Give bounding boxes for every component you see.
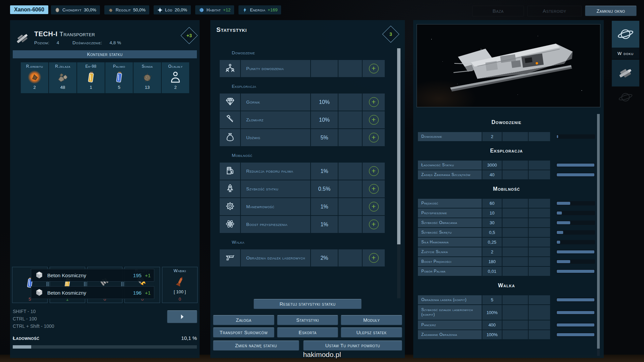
detail-empty-cell	[529, 320, 550, 329]
cargo-tooltip: Beton Kosmiczny195+1	[31, 269, 154, 282]
blue-canister-icon	[112, 70, 126, 84]
increase-stat-button[interactable]	[369, 64, 379, 73]
detail-stat-value: 0,01	[482, 267, 502, 276]
transfer-arrow-button[interactable]	[167, 310, 197, 323]
container-item-r-erebitu[interactable]: R.erebitu2	[21, 62, 48, 93]
rocket-icon	[225, 183, 235, 195]
detail-stat-value: 0,25	[482, 238, 502, 247]
concrete-cube-icon	[35, 288, 44, 297]
item-quantity: 48	[60, 85, 65, 90]
resource-energia: Energia+169	[238, 5, 281, 14]
button-za-oga[interactable]: Załoga	[213, 315, 274, 325]
cargo-slot-wabiki[interactable]: Wabiki[ 100 ]0	[162, 267, 198, 303]
button-eskorta[interactable]: Eskorta	[277, 327, 338, 338]
container-item-ocala-y[interactable]: Ocalały2	[162, 62, 189, 93]
dock-planet-tile[interactable]	[612, 21, 639, 48]
ship-detail-panel: DowodzenieDowodzenie2EksploracjaŁadownoś…	[413, 20, 604, 358]
detail-stat-bar	[556, 298, 595, 302]
xp-label: Doświadczenie:	[72, 40, 102, 45]
increase-stat-button[interactable]	[369, 97, 379, 107]
gem-icon	[225, 97, 235, 108]
button-ustaw-tu-punkt-powrotu[interactable]: Ustaw Tu punkt powrotu	[303, 341, 402, 351]
detail-stat-value: 60	[482, 199, 502, 208]
stat-value: 2%	[311, 249, 338, 266]
close-window-button[interactable]: Zamknij okno	[585, 6, 637, 16]
detail-scrollbar-thumb[interactable]	[597, 114, 600, 349]
stats-scrollbar-thumb[interactable]	[397, 48, 400, 244]
container-item-er-98[interactable]: Er-981	[77, 62, 105, 93]
resource-label: Chondryt	[62, 7, 82, 12]
nav-asteroidy-button[interactable]: Asteroidy	[527, 6, 582, 16]
detail-empty-cell	[502, 238, 528, 247]
docked-ship-thumbnail[interactable]	[612, 60, 639, 86]
detail-stat-bar-fill	[557, 135, 558, 138]
stats-scrollbar[interactable]	[397, 48, 400, 298]
detail-header-dowodzenie: Dowodzenie	[418, 117, 595, 128]
increase-stat-button[interactable]	[369, 166, 379, 176]
increase-stat-button[interactable]	[369, 115, 379, 125]
resource-value: +169	[268, 7, 277, 12]
increase-stat-button[interactable]	[369, 220, 379, 229]
detail-stat-bar	[556, 310, 595, 315]
increase-stat-button[interactable]	[369, 184, 379, 194]
container-item-sonda[interactable]: Sonda13	[133, 62, 161, 93]
detail-header-eksploracja: Eksploracja	[418, 145, 595, 157]
button-transport-surowcow[interactable]: Transport Surowców	[213, 327, 274, 338]
container-items: R.erebitu2R.żelaza48Er-981Paliwo5Sonda13…	[21, 62, 189, 93]
reset-stats-button[interactable]: Resetuj statystyki statku	[254, 299, 362, 309]
item-name: R.erebitu	[26, 64, 43, 69]
detail-stat-bar-fill	[557, 333, 594, 336]
button-ulepsz-statek[interactable]: Ulepsz statek	[341, 327, 402, 338]
level-label: Poziom:	[34, 40, 49, 45]
detail-empty-cell	[529, 170, 550, 179]
item-name: Paliwo	[113, 64, 125, 69]
detail-stat-bar-fill	[557, 164, 594, 167]
ship-upgrade-badge[interactable]: +3	[181, 27, 198, 44]
stat-row-punkty-dowodzenia: Punkty dowodzenia	[220, 60, 385, 77]
decoy-icon	[173, 275, 186, 289]
stat-points-badge: 3	[382, 26, 399, 43]
stat-value: 10%	[311, 111, 338, 128]
nav-baza-button[interactable]: Baza	[472, 6, 524, 16]
stat-label: Redukcja poboru paliwa	[241, 163, 310, 180]
detail-stat-bar-fill	[557, 323, 594, 326]
resource-value: 20,0%	[175, 7, 187, 12]
detail-empty-cell	[502, 228, 528, 237]
detail-stat-label: Siła Hamowania	[418, 238, 482, 247]
button-statystyki[interactable]: Statystyki	[277, 315, 338, 325]
item-name: R.żelaza	[55, 64, 70, 69]
increase-stat-button[interactable]	[369, 133, 379, 142]
detail-row-dowodzenie: Dowodzenie2	[418, 132, 595, 141]
detail-scrollbar[interactable]	[597, 114, 600, 356]
resource-chondryt: Chondryt30,0%	[51, 5, 100, 14]
button-zmien-nazwe-statku[interactable]: Zmień nazwę statku	[213, 341, 299, 351]
hotkey-line: CTRL - 100	[13, 315, 54, 322]
detail-stat-bar	[556, 323, 595, 327]
resource-value: 30,0%	[84, 7, 96, 12]
cargo-capacity-percent: 10,1 %	[181, 335, 197, 341]
button-modu-y[interactable]: Moduły	[341, 315, 402, 325]
detail-stat-value: 100%	[482, 305, 502, 320]
stat-label: Punkty dowodzenia	[241, 60, 310, 77]
cargo-slot-capacity: [ 100 ]	[174, 289, 186, 294]
tooltip-item-name: Beton Kosmiczny	[47, 290, 130, 296]
detail-stat-value: 3000	[482, 161, 502, 170]
detail-stat-bar-fill	[557, 241, 560, 244]
detail-stat-bar	[556, 163, 595, 167]
chondryte-rock-icon	[55, 7, 60, 13]
container-item-paliwo[interactable]: Paliwo5	[105, 62, 133, 93]
system-name-badge[interactable]: Xanon-6060	[10, 5, 48, 14]
stat-value: 5%	[311, 129, 338, 146]
container-item-r-zelaza[interactable]: R.żelaza48	[49, 62, 76, 93]
increase-stat-button[interactable]	[369, 253, 379, 263]
stat-empty-cell	[338, 129, 362, 146]
iron-ore-icon	[56, 70, 70, 84]
stat-label: Obrażenia działek laserowych	[241, 249, 310, 266]
detail-stat-value: 400	[482, 320, 502, 329]
section-label-mobilnosc: Mobilność	[232, 153, 385, 158]
detail-stat-value: 30	[482, 218, 502, 227]
resource-value: 50,0%	[133, 7, 146, 12]
cargo-progress-fill	[13, 345, 31, 349]
increase-stat-button[interactable]	[369, 202, 379, 212]
cargo-progressbar	[13, 345, 197, 349]
